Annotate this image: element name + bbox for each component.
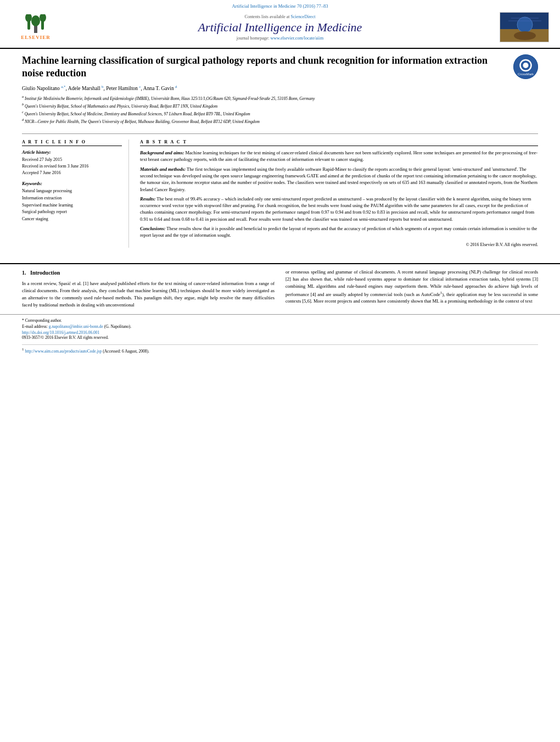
corresponding-author: * Corresponding author.: [22, 318, 538, 323]
abstract-section: Background and aims: Machine learning te…: [140, 149, 538, 248]
affiliation-d: d NICR—Centre for Public Health, The Que…: [22, 118, 505, 125]
svg-point-2: [25, 14, 32, 22]
keywords-heading: Keywords:: [22, 181, 122, 186]
email-footnote: E-mail address: g.napolitano@imbie.uni-b…: [22, 324, 538, 330]
abstract-materials: Materials and methods: The first techniq…: [140, 166, 538, 193]
sciencedirect-link[interactable]: ScienceDirect: [291, 14, 316, 19]
footnote-ref-1: 1: [440, 291, 443, 295]
article-info-abstract: A R T I C L E I N F O Article history: R…: [22, 140, 538, 248]
svg-point-10: [514, 31, 536, 40]
svg-point-6: [31, 15, 40, 26]
keywords-list: Natural language processing Information …: [22, 188, 122, 223]
crossmark-badge[interactable]: CrossMark: [513, 54, 538, 79]
journal-title-block: Contents lists available at ScienceDirec…: [60, 14, 500, 41]
keywords-block: Keywords: Natural language processing In…: [22, 181, 122, 223]
article-info-label: A R T I C L E I N F O: [22, 140, 122, 146]
journal-homepage: journal homepage: www.elsevier.com/locat…: [66, 36, 494, 41]
title-main: Machine learning classification of surgi…: [22, 54, 505, 129]
svg-point-15: [523, 63, 529, 68]
keyword-5: Cancer staging: [22, 216, 122, 223]
affiliations: a Institut für Medizinische Biometrie, I…: [22, 94, 505, 125]
svg-point-4: [40, 14, 46, 22]
cover-image-inner: [500, 13, 548, 42]
affiliation-c: c Queen's University Belfast, School of …: [22, 110, 505, 117]
copyright-line: © 2016 Elsevier B.V. All rights reserved…: [140, 242, 538, 248]
authors-line: Giulio Napolitano a,*, Adele Marshall b,…: [22, 85, 505, 91]
col-abstract: A B S T R A C T Background and aims: Mac…: [140, 140, 538, 248]
affiliation-a: a Institut für Medizinische Biometrie, I…: [22, 94, 505, 102]
journal-header: Artificial Intelligence in Medicine 70 (…: [0, 0, 560, 49]
abstract-background: Background and aims: Machine learning te…: [140, 149, 538, 163]
received-date: Received 27 July 2015 Received in revise…: [22, 157, 122, 176]
elsevier-wordmark: ELSEVIER: [21, 35, 51, 40]
abstract-results: Results: The best result of 99.4% accura…: [140, 196, 538, 222]
svg-text:CrossMark: CrossMark: [518, 72, 534, 76]
history-heading: Article history:: [22, 149, 122, 155]
doi-header: Artificial Intelligence in Medicine 70 (…: [232, 3, 328, 9]
abstract-label: A B S T R A C T: [140, 140, 538, 146]
main-divider: [0, 263, 560, 264]
doi-link[interactable]: http://dx.doi.org/10.1016/j.artmed.2016.…: [22, 330, 99, 335]
svg-rect-0: [34, 30, 37, 33]
header-main: ELSEVIER Contents lists available at Sci…: [0, 10, 560, 44]
journal-name: Artificial Intelligence in Medicine: [66, 20, 494, 35]
keyword-4: Surgical pathology report: [22, 209, 122, 216]
header-top-bar: Artificial Intelligence in Medicine 70 (…: [0, 0, 560, 10]
svg-point-9: [517, 17, 533, 32]
article-title: Machine learning classification of surgi…: [22, 54, 505, 80]
footnote1-url[interactable]: http://www.aim.com.au/products/autoCode.…: [25, 348, 102, 353]
footnote-section: * Corresponding author. E-mail address: …: [0, 314, 560, 356]
cover-image: [500, 12, 549, 42]
title-section: Machine learning classification of surgi…: [22, 54, 538, 134]
affiliation-b: b Queen's University Belfast, School of …: [22, 102, 505, 109]
article-content: Machine learning classification of surgi…: [0, 49, 560, 259]
elsevier-logo: ELSEVIER: [11, 12, 60, 42]
body-col-right: or erroneous spelling and grammar of cli…: [285, 269, 538, 311]
email-link[interactable]: g.napolitano@imbie.uni-bonn.de: [49, 324, 103, 329]
keyword-1: Natural language processing: [22, 188, 122, 195]
intro-para2: or erroneous spelling and grammar of cli…: [285, 269, 538, 305]
col-article-info: A R T I C L E I N F O Article history: R…: [22, 140, 129, 248]
article-history: Article history: Received 27 July 2015 R…: [22, 149, 122, 176]
contents-line: Contents lists available at ScienceDirec…: [66, 14, 494, 19]
body-content: 1. Introduction In a recent review, Spas…: [0, 269, 560, 311]
doi-footer: http://dx.doi.org/10.1016/j.artmed.2016.…: [22, 330, 538, 335]
keyword-2: Information extraction: [22, 195, 122, 202]
section1-title: 1. Introduction: [22, 269, 275, 277]
issn-line: 0933-3657/© 2016 Elsevier B.V. All right…: [22, 335, 538, 340]
abstract-conclusions: Conclusions: These results show that it …: [140, 225, 538, 239]
footnote-1: 1 http://www.aim.com.au/products/autoCod…: [22, 344, 538, 354]
journal-url[interactable]: www.elsevier.com/locate/aiim: [270, 36, 323, 41]
page: Artificial Intelligence in Medicine 70 (…: [0, 0, 560, 742]
intro-para1: In a recent review, Spasić et al. [1] ha…: [22, 280, 275, 308]
keyword-3: Supervised machine learning: [22, 202, 122, 209]
body-col-left: 1. Introduction In a recent review, Spas…: [22, 269, 275, 311]
